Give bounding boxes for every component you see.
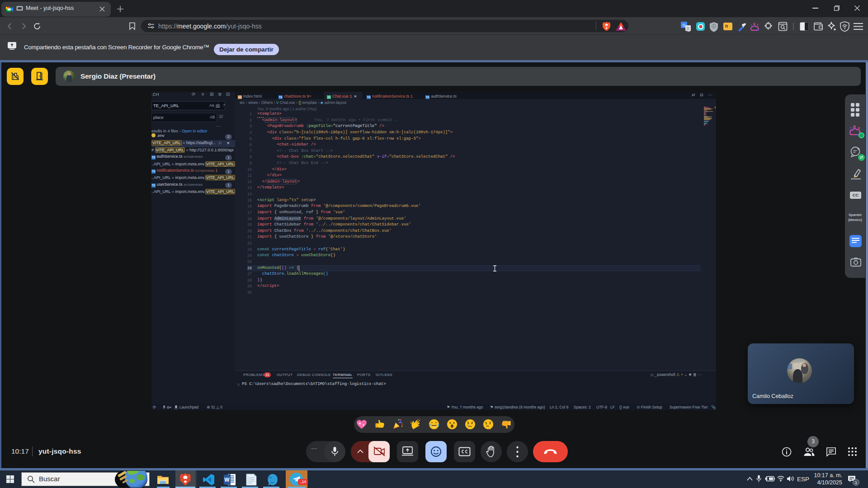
svg-text:文: 文 bbox=[686, 27, 690, 31]
svg-text:W: W bbox=[224, 477, 230, 483]
svg-text:G: G bbox=[682, 23, 685, 28]
